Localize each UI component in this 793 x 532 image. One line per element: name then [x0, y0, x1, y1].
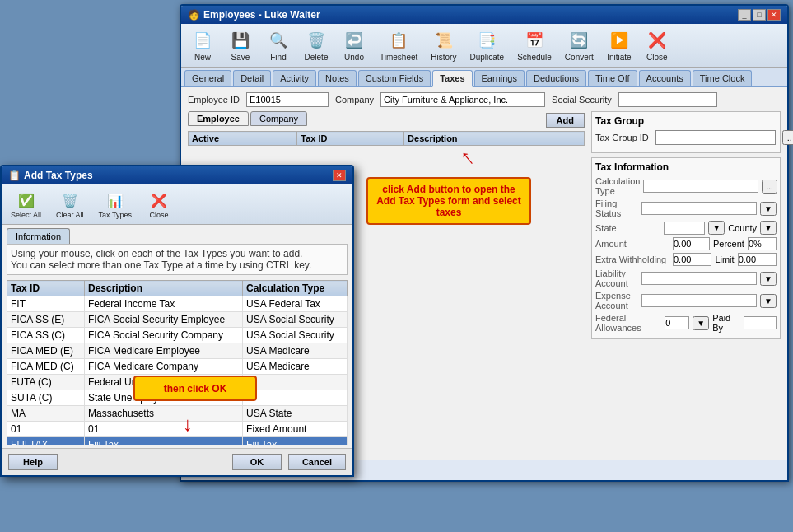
tab-activity[interactable]: Activity: [273, 70, 316, 86]
company-label: Company: [335, 95, 374, 105]
filing-status-dropdown[interactable]: ▼: [760, 202, 777, 216]
delete-label: Delete: [305, 53, 329, 62]
calc-type-picker[interactable]: ...: [762, 180, 777, 194]
liability-account-dropdown[interactable]: ▼: [760, 272, 777, 286]
tax-type-row[interactable]: FICA SS (E)FICA Social Security Employee…: [7, 312, 348, 328]
expense-account-row: Expense Account ▼: [595, 291, 777, 310]
tax-types-table-body: FITFederal Income TaxUSA Federal TaxFICA…: [7, 296, 348, 446]
federal-allowances-input[interactable]: [665, 316, 689, 329]
tax-types-table: Tax ID Description Calculation Type FITF…: [7, 280, 348, 445]
expense-account-input[interactable]: [641, 294, 757, 307]
percent-label: Percent: [713, 239, 744, 249]
schedule-icon: 📅: [523, 29, 546, 52]
state-dropdown[interactable]: ▼: [708, 221, 725, 235]
duplicate-button[interactable]: 📑 Duplicate: [464, 26, 510, 64]
duplicate-icon: 📑: [475, 29, 498, 52]
cancel-button[interactable]: Cancel: [288, 454, 346, 470]
history-button[interactable]: 📜 History: [425, 26, 462, 64]
select-all-button[interactable]: ✅ Select All: [5, 187, 47, 222]
percent-input[interactable]: [748, 237, 777, 250]
liability-account-row: Liability Account ▼: [595, 268, 777, 288]
dialog-close-tool-button[interactable]: ❌ Close: [141, 187, 177, 222]
tax-type-row[interactable]: FIJI TAXFiji TaxFiji Tax: [7, 437, 348, 446]
state-input[interactable]: [664, 222, 705, 235]
tax-types-table-scroll[interactable]: Tax ID Description Calculation Type FITF…: [7, 280, 348, 445]
amount-input[interactable]: [673, 237, 710, 250]
find-button[interactable]: 🔍 Find: [260, 26, 296, 64]
tax-type-row[interactable]: FICA MED (E)FICA Medicare EmployeeUSA Me…: [7, 343, 348, 359]
close-button[interactable]: ❌ Close: [639, 26, 675, 64]
tab-time-clock[interactable]: Time Clock: [693, 70, 753, 86]
county-dropdown[interactable]: ▼: [760, 221, 777, 235]
calc-type-input[interactable]: [643, 180, 758, 193]
tax-type-row[interactable]: FICA SS (C)FICA Social Security CompanyU…: [7, 328, 348, 343]
delete-button[interactable]: 🗑️ Delete: [298, 26, 334, 64]
tab-taxes[interactable]: Taxes: [432, 70, 472, 87]
liability-account-input[interactable]: [641, 272, 757, 285]
filing-status-input[interactable]: [641, 202, 757, 215]
col-tax-id-header: Tax ID: [7, 281, 85, 296]
col-calc-type-header: Calculation Type: [243, 281, 348, 296]
ok-button[interactable]: OK: [232, 454, 282, 470]
info-line2: You can select more than one Tax Type at…: [11, 259, 343, 271]
tax-type-row[interactable]: FITFederal Income TaxUSA Federal Tax: [7, 296, 348, 312]
tax-group-id-input[interactable]: [655, 130, 776, 145]
dialog-close-button[interactable]: ✕: [333, 170, 346, 181]
help-button[interactable]: Help: [8, 454, 58, 470]
main-window-title: Employees - Luke Walter: [203, 9, 320, 21]
title-icon: 🧑: [188, 9, 200, 21]
tab-company[interactable]: Company: [250, 111, 307, 126]
paid-by-input[interactable]: [744, 316, 777, 329]
dialog-close-tool-label: Close: [149, 211, 168, 219]
tab-general[interactable]: General: [184, 70, 231, 86]
company-input[interactable]: [380, 92, 545, 107]
tab-time-off[interactable]: Time Off: [588, 70, 637, 86]
schedule-label: Schedule: [517, 53, 552, 62]
federal-allowances-row: Federal Allowances ▼ Paid By: [595, 313, 777, 333]
col-active: Active: [189, 132, 297, 146]
tax-group-picker-button[interactable]: ...: [782, 130, 793, 145]
tab-detail[interactable]: Detail: [233, 70, 271, 86]
extra-withholding-input[interactable]: [673, 253, 711, 266]
limit-input[interactable]: [738, 253, 777, 266]
minimize-button[interactable]: _: [738, 9, 751, 21]
maximize-button[interactable]: □: [753, 9, 766, 21]
initiate-icon: ▶️: [608, 29, 631, 52]
timesheet-button[interactable]: 📋 Timesheet: [374, 26, 423, 64]
undo-button[interactable]: ↩️ Undo: [336, 26, 372, 64]
tab-employee[interactable]: Employee: [188, 111, 249, 126]
new-button[interactable]: 📄 New: [184, 26, 221, 64]
tax-types-button[interactable]: 📊 Tax Types: [93, 187, 138, 222]
dialog-footer: Help OK Cancel: [2, 448, 352, 475]
convert-button[interactable]: 🔄 Convert: [559, 26, 599, 64]
timesheet-icon: 📋: [387, 29, 410, 52]
tab-deductions[interactable]: Deductions: [526, 70, 586, 86]
add-annotation-text: click Add button to open the Add Tax Typ…: [376, 184, 521, 218]
employee-id-input[interactable]: [246, 92, 329, 107]
info-tab[interactable]: Information: [7, 228, 70, 244]
history-label: History: [431, 53, 456, 62]
tax-type-row[interactable]: FICA MED (C)FICA Medicare CompanyUSA Med…: [7, 359, 348, 375]
filing-status-label: Filing Status: [595, 198, 638, 218]
add-button[interactable]: Add: [546, 113, 585, 128]
state-county-row: State ▼ County ▼: [595, 221, 777, 235]
save-button[interactable]: 💾 Save: [222, 26, 259, 64]
tax-type-row[interactable]: 0101Fixed Amount: [7, 422, 348, 437]
clear-all-button[interactable]: 🗑️ Clear All: [50, 187, 90, 222]
calc-type-row: Calculation Type ...: [595, 176, 777, 196]
schedule-button[interactable]: 📅 Schedule: [511, 26, 557, 64]
ok-annotation: then click OK: [133, 376, 257, 401]
tax-type-row[interactable]: MAMassachusettsUSA State: [7, 406, 348, 422]
federal-allowances-dropdown[interactable]: ▼: [693, 316, 709, 330]
calc-type-label: Calculation Type: [595, 176, 640, 196]
tab-notes[interactable]: Notes: [318, 70, 357, 86]
tab-accounts[interactable]: Accounts: [639, 70, 691, 86]
tab-earnings[interactable]: Earnings: [474, 70, 525, 86]
expense-account-dropdown[interactable]: ▼: [760, 294, 777, 308]
initiate-button[interactable]: ▶️ Initiate: [601, 26, 637, 64]
tab-custom-fields[interactable]: Custom Fields: [358, 70, 431, 86]
new-label: New: [194, 53, 211, 62]
window-close-button[interactable]: ✕: [767, 9, 781, 21]
state-label: State: [595, 223, 660, 233]
social-security-input[interactable]: [618, 92, 717, 107]
